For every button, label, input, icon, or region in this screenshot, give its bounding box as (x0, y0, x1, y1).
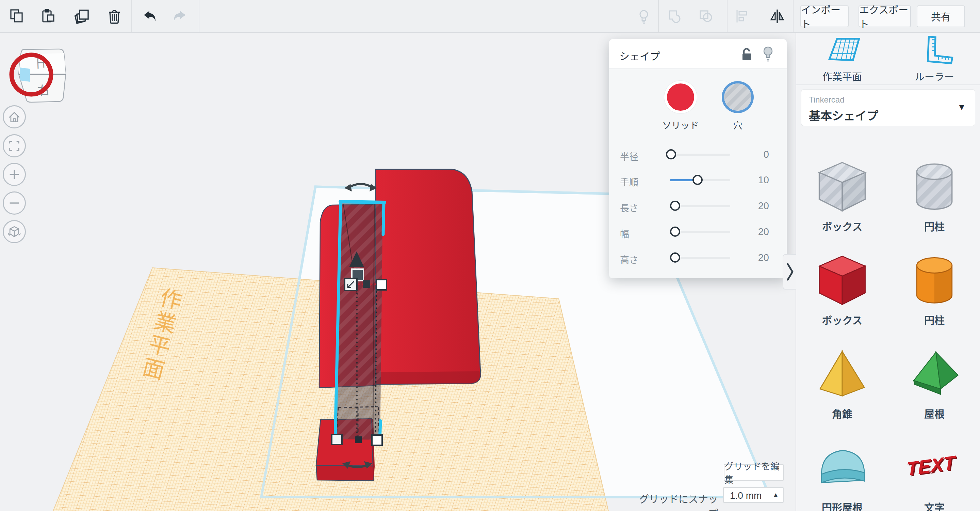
solid-color-swatch[interactable] (667, 83, 694, 111)
zoom-out-button[interactable] (3, 192, 26, 215)
ruler-label: ルーラー (915, 69, 954, 83)
shape-tile-hole-box[interactable]: ボックス (796, 155, 888, 244)
width-slider[interactable] (670, 231, 730, 233)
top-toolbar: インポート エクスポート 共有 (0, 0, 980, 33)
workplane-tool[interactable]: 作業平面 (796, 33, 888, 84)
delete-icon[interactable] (106, 8, 123, 24)
roof-icon (904, 344, 965, 405)
unlock-icon[interactable] (741, 47, 753, 62)
slider-row-width: 幅 20 (609, 225, 787, 239)
slider-handle[interactable] (666, 149, 676, 160)
slider-label: 高さ (620, 253, 638, 266)
shape-label: 角錐 (832, 406, 853, 421)
zoom-in-button[interactable] (3, 163, 26, 186)
sidebar-divider (796, 85, 980, 85)
toolbar-separator (658, 0, 659, 32)
shape-tile-solid-box[interactable]: ボックス (796, 249, 888, 337)
red-box-bottom-shade (375, 371, 480, 384)
mirror-icon[interactable] (769, 8, 785, 24)
slider-value: 20 (758, 226, 769, 238)
round-roof-icon (811, 438, 873, 499)
solid-cylinder-icon (904, 250, 965, 311)
slider-label: 半径 (620, 150, 638, 163)
toolbar-separator (793, 0, 794, 32)
redo-icon[interactable] (172, 8, 189, 24)
import-button[interactable]: インポート (800, 5, 849, 27)
inspector-header: シェイプ (609, 39, 787, 69)
group-icon[interactable] (666, 8, 682, 24)
shape-tile-round-roof[interactable]: 円形屋根 (796, 436, 888, 511)
snap-grid-value: 1.0 mm (730, 490, 762, 501)
scale-handle-mid-right[interactable] (376, 280, 387, 290)
lightbulb-icon[interactable] (762, 46, 774, 62)
slider-row-steps: 手順 10 (609, 174, 787, 187)
snap-grid-select[interactable]: 1.0 mm ▲ (723, 487, 784, 503)
slider-value: 0 (764, 149, 769, 160)
hole-swatch[interactable] (724, 83, 751, 111)
undo-icon[interactable] (140, 8, 157, 24)
panel-collapse-chevron[interactable] (783, 254, 796, 289)
slider-value: 20 (758, 200, 769, 212)
slider-row-height: 高さ 20 (609, 251, 787, 265)
ungroup-icon[interactable] (698, 8, 714, 24)
scale-handle-base-black[interactable] (355, 436, 362, 443)
shape-label: 円柱 (924, 312, 945, 327)
shape-tile-pyramid[interactable]: 角錐 (796, 342, 888, 431)
workplane-icon (822, 33, 862, 67)
shape-library-dropdown[interactable]: Tinkercad 基本シェイプ ▼ (801, 89, 975, 126)
chevron-down-icon: ▼ (957, 102, 966, 112)
slider-handle[interactable] (670, 201, 680, 211)
library-title: 基本シェイプ (809, 107, 878, 123)
view-cube-highlighted-face[interactable] (20, 67, 30, 82)
solid-label: ソリッド (653, 118, 708, 131)
shape-label: ボックス (822, 312, 862, 327)
shape-tile-roof[interactable]: 屋根 (888, 342, 980, 431)
perspective-toggle-button[interactable] (3, 220, 26, 243)
height-slider[interactable] (670, 257, 730, 259)
slider-row-length: 長さ 20 (609, 200, 787, 213)
paste-icon[interactable] (40, 8, 56, 24)
slider-value: 10 (758, 174, 769, 186)
slider-handle[interactable] (670, 252, 680, 263)
scale-handle-mid-black[interactable] (363, 280, 370, 288)
shape-label: 屋根 (924, 406, 945, 421)
solid-box-icon (811, 250, 873, 311)
slider-handle[interactable] (670, 227, 680, 237)
chevron-up-icon: ▲ (772, 491, 779, 499)
hole-box-icon (811, 156, 873, 218)
slider-handle[interactable] (692, 175, 703, 185)
steps-slider[interactable] (670, 179, 730, 181)
shape-library-sidebar: 作業平面 ルーラー Tinkercad 基本シェイプ ▼ ボックス (795, 33, 980, 511)
slider-row-radius: 半径 0 (609, 148, 787, 162)
shape-label: 円柱 (924, 218, 945, 233)
fit-view-button[interactable] (3, 134, 26, 157)
red-box-solid[interactable] (375, 169, 480, 384)
snap-to-grid-label: グリッドにスナップ (636, 491, 718, 511)
scale-handle-base-left[interactable] (332, 434, 342, 445)
share-button[interactable]: 共有 (917, 5, 965, 27)
ruler-tool[interactable]: ルーラー (888, 33, 980, 84)
copy-icon[interactable] (9, 8, 25, 24)
shape-tile-hole-cylinder[interactable]: 円柱 (888, 155, 980, 244)
toolbar-separator (727, 0, 727, 32)
small-red-box-front[interactable] (316, 465, 374, 481)
duplicate-icon[interactable] (74, 8, 90, 24)
shape-tile-text[interactable]: TEXT TEXT 文字 (888, 436, 980, 511)
slider-label: 長さ (620, 201, 638, 214)
radius-slider[interactable] (670, 153, 730, 156)
align-icon[interactable] (734, 8, 750, 24)
inspector-title: シェイプ (619, 48, 660, 63)
toolbar-separator (199, 0, 199, 32)
export-button[interactable]: エクスポート (859, 5, 911, 27)
toolbar-separator (131, 0, 132, 32)
workplane-label: 作業平面 (822, 69, 862, 83)
length-slider[interactable] (670, 205, 730, 207)
shape-tile-solid-cylinder[interactable]: 円柱 (888, 249, 980, 337)
lightbulb-icon[interactable] (636, 8, 652, 24)
scale-handle-base-right[interactable] (372, 435, 382, 445)
home-view-button[interactable] (3, 105, 26, 128)
pyramid-icon (811, 344, 873, 405)
view-cube[interactable]: 上 右 (0, 44, 78, 105)
edit-grid-button[interactable]: グリッドを編集 (724, 464, 784, 481)
svg-text:TEXT: TEXT (906, 451, 957, 480)
